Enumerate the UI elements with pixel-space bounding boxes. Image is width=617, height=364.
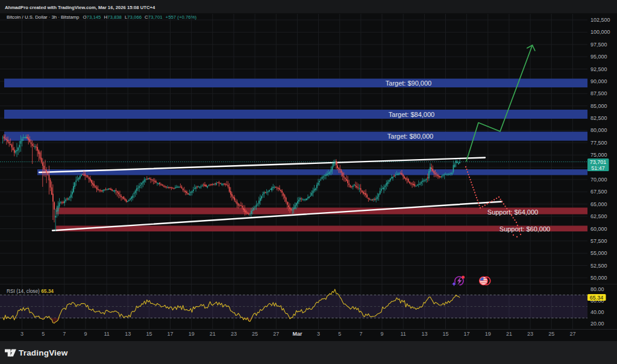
svg-text:15: 15 xyxy=(146,331,152,337)
svg-text:73,701: 73,701 xyxy=(590,159,607,165)
svg-text:25: 25 xyxy=(548,331,554,337)
svg-text:Support: $64,000: Support: $64,000 xyxy=(487,209,538,216)
svg-text:87,500: 87,500 xyxy=(590,90,607,96)
svg-text:Support: $60,000: Support: $60,000 xyxy=(500,225,550,233)
svg-text:19: 19 xyxy=(485,331,491,337)
svg-text:92,500: 92,500 xyxy=(590,66,607,72)
svg-text:20.00: 20.00 xyxy=(590,321,604,327)
svg-text:70,000: 70,000 xyxy=(590,177,607,183)
svg-text:85,000: 85,000 xyxy=(590,103,607,109)
svg-text:102,500: 102,500 xyxy=(590,17,610,23)
svg-text:21: 21 xyxy=(210,331,216,337)
svg-text:27: 27 xyxy=(273,331,279,337)
svg-text:55,000: 55,000 xyxy=(590,250,607,256)
svg-text:23: 23 xyxy=(527,331,533,337)
svg-text:5: 5 xyxy=(42,331,45,337)
svg-text:80.00: 80.00 xyxy=(590,286,604,292)
svg-text:50,000: 50,000 xyxy=(590,275,607,281)
svg-text:Target: $90,000: Target: $90,000 xyxy=(386,80,431,87)
svg-text:13: 13 xyxy=(125,331,131,337)
svg-text:100,000: 100,000 xyxy=(590,29,610,35)
svg-text:17: 17 xyxy=(464,331,470,337)
svg-text:65,000: 65,000 xyxy=(590,201,607,207)
svg-text:RSI (14, close) 65.34: RSI (14, close) 65.34 xyxy=(7,288,54,294)
svg-text:77,500: 77,500 xyxy=(590,140,607,146)
svg-text:Mar: Mar xyxy=(292,331,302,337)
svg-text:90,000: 90,000 xyxy=(590,78,607,84)
svg-text:AhmadPro created with TradingV: AhmadPro created with TradingView.com, M… xyxy=(5,5,155,10)
svg-text:15: 15 xyxy=(442,331,448,337)
svg-text:21: 21 xyxy=(506,331,512,337)
svg-text:23: 23 xyxy=(231,331,237,337)
svg-text:9: 9 xyxy=(380,331,383,337)
svg-text:13: 13 xyxy=(421,331,427,337)
svg-text:97,500: 97,500 xyxy=(590,42,607,48)
svg-text:11: 11 xyxy=(401,331,406,337)
svg-text:7: 7 xyxy=(63,331,66,337)
svg-text:65.34: 65.34 xyxy=(590,295,604,301)
svg-text:19: 19 xyxy=(189,331,195,337)
svg-text:27: 27 xyxy=(569,331,575,337)
svg-text:75,000: 75,000 xyxy=(590,152,607,158)
svg-text:9: 9 xyxy=(84,331,87,337)
svg-text:TradingView: TradingView xyxy=(19,348,68,357)
svg-text:52,500: 52,500 xyxy=(590,263,607,269)
svg-text:11: 11 xyxy=(104,331,109,337)
svg-text:67,500: 67,500 xyxy=(590,189,607,195)
svg-text:Target: $84,000: Target: $84,000 xyxy=(389,111,434,118)
svg-text:60,000: 60,000 xyxy=(590,226,607,232)
svg-text:7: 7 xyxy=(359,331,362,337)
svg-text:17: 17 xyxy=(167,331,173,337)
svg-text:62,500: 62,500 xyxy=(590,213,607,219)
svg-text:80,000: 80,000 xyxy=(590,127,607,133)
svg-text:51:47: 51:47 xyxy=(591,165,605,171)
svg-text:95,000: 95,000 xyxy=(590,54,607,60)
svg-text:Target: $80,000: Target: $80,000 xyxy=(387,133,433,140)
svg-text:25: 25 xyxy=(252,331,258,337)
svg-text:5: 5 xyxy=(338,331,341,337)
svg-text:82,500: 82,500 xyxy=(590,115,607,121)
svg-text:40.00: 40.00 xyxy=(590,309,604,315)
svg-text:3: 3 xyxy=(317,331,320,337)
svg-text:57,500: 57,500 xyxy=(590,238,607,244)
svg-text:3: 3 xyxy=(20,331,23,337)
